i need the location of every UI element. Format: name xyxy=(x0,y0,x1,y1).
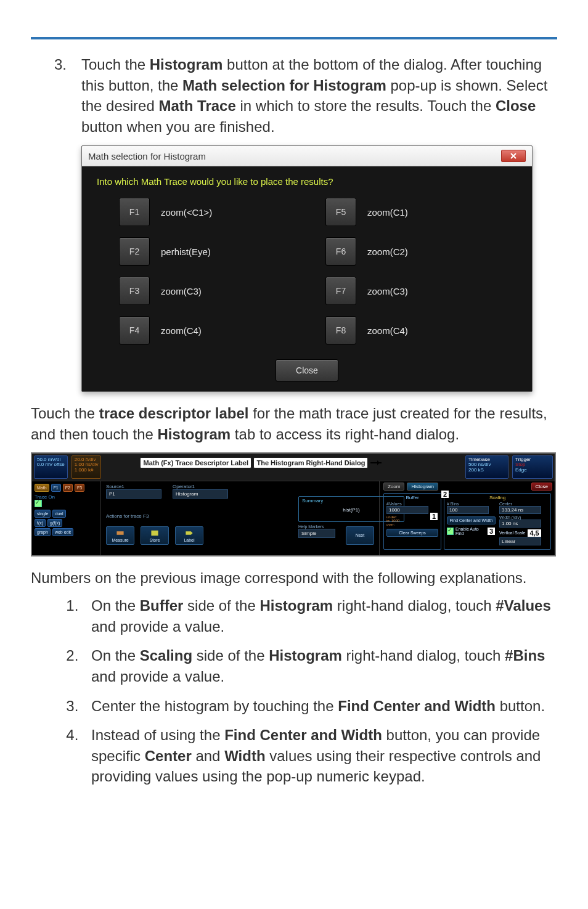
close-button[interactable]: Close xyxy=(276,359,338,381)
top-divider xyxy=(31,37,557,39)
tab-fx[interactable]: f(x) xyxy=(35,519,46,527)
t-b: Math Trace xyxy=(158,97,235,114)
l: Label xyxy=(184,538,194,542)
tab-zoom[interactable]: Zoom xyxy=(383,483,404,491)
trace-btn[interactable]: F2 xyxy=(119,237,150,266)
right-panel: Close Zoom Histogram Buffer #Values 1000… xyxy=(380,481,555,555)
t: Touch the xyxy=(81,56,150,73)
trace-label: zoom(C2) xyxy=(367,247,408,257)
explanations-list: On the Buffer side of the Histogram righ… xyxy=(31,595,557,787)
trace-btn[interactable]: F1 xyxy=(119,198,150,226)
t-b: #Bins xyxy=(505,647,545,664)
trace-button-f6[interactable]: F6 zoom(C2) xyxy=(325,237,495,266)
next-button[interactable]: Next xyxy=(346,526,374,545)
find-center-button[interactable]: Find Center and Width xyxy=(447,516,496,524)
t: Center the histogram by touching the xyxy=(91,698,338,714)
trace-btn[interactable]: F6 xyxy=(325,237,356,266)
t: and xyxy=(195,748,224,764)
tab-histogram[interactable]: Histogram xyxy=(407,483,438,491)
explanation-2: On the Scaling side of the Histogram rig… xyxy=(83,645,557,687)
trace-button-f1[interactable]: F1 zoom(<C1>) xyxy=(119,198,288,226)
dialog-title: Math selection for Histogram xyxy=(88,151,206,161)
t: right-hand dialog, touch xyxy=(346,647,505,664)
trace-button-f5[interactable]: F5 zoom(C1) xyxy=(325,198,495,226)
close-icon[interactable] xyxy=(501,150,526,162)
v: Edge xyxy=(515,468,550,473)
trace-on-checkbox[interactable] xyxy=(35,500,42,507)
v: 200 kS xyxy=(468,468,505,473)
trace-btn[interactable]: F5 xyxy=(325,198,356,226)
vscale-field[interactable]: Linear xyxy=(499,537,541,545)
store-button[interactable]: Store xyxy=(141,526,169,545)
source1-field[interactable]: P1 xyxy=(106,489,161,499)
operator1-field[interactable]: Histogram xyxy=(173,489,228,499)
bins-field[interactable]: 100 xyxy=(447,506,489,514)
tab-single[interactable]: single xyxy=(35,510,51,518)
callout-descriptor-label: Math (Fx) Trace Descriptor Label xyxy=(140,457,251,468)
trace-button-f7[interactable]: F7 zoom(C3) xyxy=(325,277,495,305)
close-button[interactable]: Close xyxy=(531,483,552,491)
trace-btn[interactable]: F7 xyxy=(325,277,356,305)
trace-label: zoom(C3) xyxy=(367,286,408,296)
explanation-4: Instead of using the Find Center and Wid… xyxy=(83,725,557,787)
trace-button-f3[interactable]: F3 zoom(C3) xyxy=(119,277,288,305)
source1-label: Source1 xyxy=(106,484,161,489)
math-tab[interactable]: Math xyxy=(35,484,49,492)
trace-button-f4[interactable]: F4 zoom(C4) xyxy=(119,316,288,344)
center-label: Center xyxy=(499,502,548,506)
buffer-title: Buffer xyxy=(386,495,438,500)
operator1-label: Operator1 xyxy=(173,484,228,489)
center-field[interactable]: 333.24 ns xyxy=(499,506,541,514)
f-tab[interactable]: F2 xyxy=(63,484,73,492)
label-button[interactable]: Label xyxy=(175,526,203,545)
mid-panel: Source1 P1 Operator1 Histogram Summary h… xyxy=(101,481,380,555)
svg-rect-0 xyxy=(116,531,123,535)
trace-btn[interactable]: F3 xyxy=(119,277,150,305)
buffer-panel: Buffer #Values 1000 under: in: 1000 over… xyxy=(383,493,441,550)
annotation-4-5: 4,5 xyxy=(527,529,541,537)
channel-badge: 50.0 mV/di 0.0 mV offse xyxy=(34,455,68,479)
t-b: trace descriptor label xyxy=(99,405,249,422)
t: side of the xyxy=(197,647,269,664)
enable-auto-find-checkbox[interactable] xyxy=(447,528,454,535)
t-b: Histogram xyxy=(158,426,231,442)
t: button. xyxy=(500,698,545,714)
v: 1.000 k# xyxy=(75,468,99,473)
t: button when you are finished. xyxy=(81,118,275,135)
tab-dual[interactable]: dual xyxy=(52,510,65,518)
l: Measure xyxy=(112,538,128,542)
values-field[interactable]: 1000 xyxy=(386,506,428,514)
t-b: Close xyxy=(496,97,536,114)
t-b: Find Center and Width xyxy=(338,698,496,714)
help-markers-field[interactable]: Simple xyxy=(298,529,335,538)
clear-sweeps-button[interactable]: Clear Sweeps xyxy=(386,529,438,537)
tab-graph[interactable]: graph xyxy=(35,528,51,536)
measure-button[interactable]: Measure xyxy=(106,526,134,545)
trace-label: zoom(C3) xyxy=(161,286,202,296)
arrow-icon xyxy=(370,462,382,463)
t-b: Width xyxy=(224,748,265,764)
enable-auto-label: Enable Auto Find xyxy=(455,527,485,536)
math-selection-dialog: Math selection for Histogram Into which … xyxy=(81,145,533,392)
dialog-question: Into which Math Trace would you like to … xyxy=(82,166,532,192)
t-b: Histogram xyxy=(150,56,223,73)
bins-label: # Bins xyxy=(447,502,496,506)
trace-label: zoom(C1) xyxy=(367,207,408,218)
t-b: Scaling xyxy=(140,647,192,664)
t: On the xyxy=(91,597,140,614)
width-field[interactable]: 1.00 ns xyxy=(499,520,541,528)
tab-webedit[interactable]: web edit xyxy=(52,528,73,536)
f-tab[interactable]: F3 xyxy=(75,484,84,492)
trace-btn[interactable]: F4 xyxy=(119,316,150,344)
trace-button-f8[interactable]: F8 zoom(C4) xyxy=(325,316,495,344)
tab-gfx[interactable]: g(f(x) xyxy=(47,519,62,527)
hist-badge: 20.0 #/div 1.00 ns/div 1.000 k# xyxy=(71,455,102,479)
t-b: Histogram xyxy=(269,647,342,664)
f-tab[interactable]: F1 xyxy=(51,484,61,492)
t: Touch the xyxy=(31,405,99,422)
l: Store xyxy=(150,538,160,542)
trace-btn[interactable]: F8 xyxy=(325,316,356,344)
trace-label: zoom(C4) xyxy=(367,325,408,336)
t: in which to store the results. Touch the xyxy=(240,97,495,114)
trace-button-f2[interactable]: F2 perhist(Eye) xyxy=(119,237,288,266)
